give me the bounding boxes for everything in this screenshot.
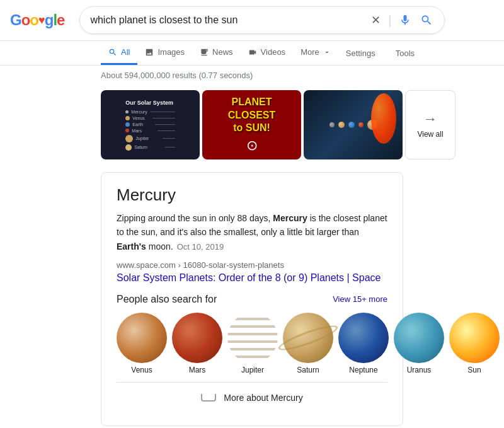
view-more-link[interactable]: View 15+ more: [333, 294, 387, 304]
tab-news-label: News: [212, 47, 233, 57]
tab-more-label: More: [301, 47, 319, 57]
sun-circle: [449, 313, 500, 363]
view-all-box[interactable]: → View all: [405, 90, 455, 159]
search-bar[interactable]: which planet is closest to the sun ✕ |: [79, 6, 445, 34]
snippet-source-url: www.space.com › 16080-solar-system-plane…: [117, 260, 387, 270]
planet-item-neptune[interactable]: Neptune: [338, 313, 389, 374]
chevron-down-icon: [323, 49, 331, 56]
snippet-card: Mercury Zipping around the sun in only 8…: [101, 172, 403, 426]
mic-button[interactable]: [398, 13, 413, 28]
main-content: Our Solar System Mercury Venus Earth Mar…: [0, 85, 504, 428]
search-icon: [420, 14, 433, 26]
venus-circle: [117, 313, 167, 363]
img2-overlay: PLANET CLOSESTto SUN! ⊙: [202, 91, 301, 159]
neptune-label: Neptune: [349, 366, 377, 374]
logo-o2: o: [30, 11, 38, 29]
results-count: About 594,000,000 results (0.77 seconds): [0, 66, 504, 85]
search-bar-icons: ✕ |: [370, 12, 434, 28]
venus-label: Venus: [131, 366, 152, 374]
tab-videos[interactable]: Videos: [241, 41, 294, 65]
image-strip: Our Solar System Mercury Venus Earth Mar…: [101, 90, 403, 159]
divider: |: [388, 13, 391, 28]
clear-button[interactable]: ✕: [370, 12, 382, 28]
search-input[interactable]: which planet is closest to the sun: [90, 14, 365, 26]
logo-last: e: [57, 11, 64, 29]
saturn-label: Saturn: [297, 366, 319, 374]
snippet-text-1: Zipping around the sun in only 88 days,: [117, 213, 273, 223]
solar-system-visual: Our Solar System Mercury Venus Earth Mar…: [122, 96, 178, 154]
logo-g: G: [10, 11, 21, 29]
snippet-link[interactable]: Solar System Planets: Order of the 8 (or…: [117, 272, 381, 283]
uranus-label: Uranus: [407, 366, 432, 374]
right-arrow-icon: →: [423, 111, 437, 127]
people-also-search-title: People also search for: [117, 294, 217, 305]
tab-images-label: Images: [158, 47, 185, 57]
sun-visual: [371, 93, 396, 144]
jupiter-circle: [227, 313, 278, 363]
snippet-bold-mercury: Mercury: [273, 213, 307, 223]
search-button[interactable]: [419, 13, 434, 28]
planet-item-venus[interactable]: Venus: [117, 313, 167, 374]
saturn-ring: [277, 321, 340, 354]
planet-grid: Venus Mars Jupiter Saturn Ne: [117, 313, 387, 374]
nav-right: Settings Tools: [338, 43, 422, 63]
snippet-text-3: moon.: [146, 241, 173, 252]
snippet-title: Mercury: [117, 185, 387, 205]
nav-left: All Images News Videos More: [101, 41, 338, 65]
image-thumb-1[interactable]: Our Solar System Mercury Venus Earth Mar…: [101, 90, 200, 159]
google-logo: Goo♥gle: [10, 11, 64, 29]
snippet-date: Oct 10, 2019: [177, 242, 224, 252]
settings-button[interactable]: Settings: [338, 43, 383, 63]
logo-heart: ♥: [38, 14, 45, 27]
all-icon: [108, 48, 117, 57]
nav-tabs: All Images News Videos More Settings Too…: [0, 41, 504, 66]
jupiter-label: Jupiter: [241, 366, 264, 374]
solar-title: Our Solar System: [125, 100, 175, 106]
images-icon: [145, 48, 154, 57]
planet-item-uranus[interactable]: Uranus: [394, 313, 444, 374]
clear-icon: ✕: [371, 13, 381, 27]
uranus-circle: [394, 313, 444, 363]
view-all-text: View all: [417, 130, 443, 139]
more-about-section[interactable]: More about Mercury: [117, 382, 387, 413]
planet-item-mars[interactable]: Mars: [172, 313, 222, 374]
snippet-bold-earth: Earth's: [117, 241, 146, 252]
logo-o1: o: [21, 11, 30, 29]
sun-label: Sun: [467, 366, 481, 374]
saturn-circle: [283, 313, 333, 363]
planet-item-jupiter[interactable]: Jupiter: [227, 313, 278, 374]
snippet-body: Zipping around the sun in only 88 days, …: [117, 211, 387, 254]
planet-item-saturn[interactable]: Saturn: [283, 313, 333, 374]
tab-more[interactable]: More: [293, 41, 338, 65]
tab-news[interactable]: News: [192, 41, 241, 65]
tools-button[interactable]: Tools: [388, 43, 422, 63]
more-about-text: More about Mercury: [224, 393, 302, 403]
mars-circle: [172, 313, 222, 363]
news-icon: [200, 48, 209, 57]
chevron-icon: [201, 394, 216, 402]
tab-all-label: All: [121, 47, 130, 57]
videos-icon: [248, 48, 257, 57]
tab-images[interactable]: Images: [137, 41, 192, 65]
planet-item-sun[interactable]: Sun: [449, 313, 500, 374]
header: Goo♥gle which planet is closest to the s…: [0, 0, 504, 41]
image-thumb-3[interactable]: [304, 90, 403, 159]
tab-all[interactable]: All: [101, 41, 137, 65]
tab-videos-label: Videos: [261, 47, 286, 57]
logo-g2: g: [45, 11, 54, 29]
mic-icon: [399, 14, 411, 26]
people-also-search-header: People also search for View 15+ more: [117, 294, 387, 305]
mars-label: Mars: [189, 366, 206, 374]
image-thumb-2[interactable]: PLANET CLOSESTto SUN! ⊙: [202, 90, 301, 159]
neptune-circle: [338, 313, 389, 363]
